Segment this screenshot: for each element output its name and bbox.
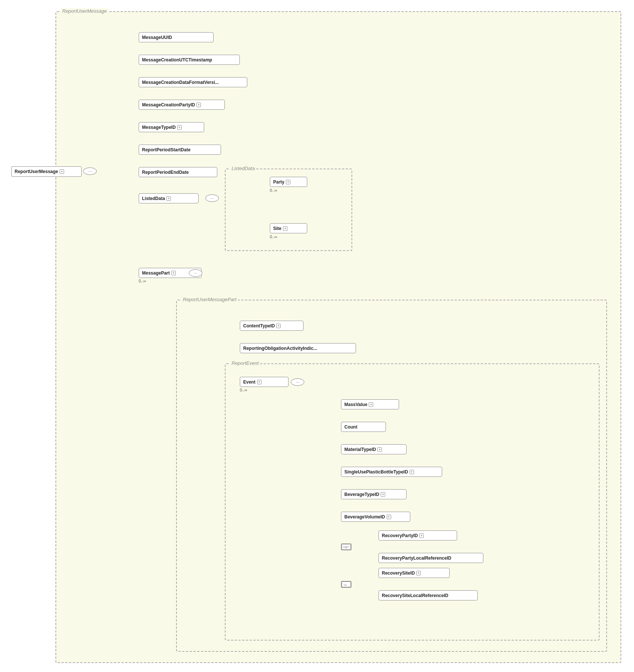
svg-text:~⊟: ~⊟: [343, 583, 347, 587]
site-box[interactable]: Site +: [270, 223, 307, 233]
message-part-cardinality: 0..∞: [139, 279, 146, 283]
msg-type-id-label: MessageTypeID: [142, 125, 176, 130]
message-uuid-label: MessageUUID: [142, 35, 172, 40]
expand-icon-4[interactable]: +: [166, 196, 171, 201]
count-label: Count: [344, 424, 357, 430]
content-type-id-box[interactable]: ContentTypeID +: [240, 321, 304, 331]
party-cardinality: 0..∞: [270, 188, 277, 193]
report-user-message-part-label: ReportUserMessagePart: [181, 297, 238, 302]
message-part-seq-connector[interactable]: ···: [189, 269, 202, 277]
recovery-party-id-box[interactable]: RecoveryPartyID +: [378, 530, 457, 541]
outer-box-label: ReportUserMessage: [61, 8, 108, 14]
recovery-site-local-ref-box[interactable]: RecoverySiteLocalReferenceID: [378, 590, 478, 600]
recovery-site-local-ref-label: RecoverySiteLocalReferenceID: [382, 593, 448, 598]
expand-icon-beverage-vol[interactable]: +: [387, 515, 391, 519]
root-expand[interactable]: +: [60, 169, 64, 174]
report-period-end-box[interactable]: ReportPeriodEndDate: [139, 167, 217, 177]
beverage-type-id-box[interactable]: BeverageTypeID +: [341, 489, 407, 499]
content-type-id-label: ContentTypeID: [243, 323, 275, 329]
message-creation-party-box[interactable]: MessageCreationPartyID +: [139, 100, 225, 110]
mass-value-box[interactable]: MassValue +: [341, 399, 399, 409]
message-creation-utc-box[interactable]: MessageCreationUTCTimestamp: [139, 55, 240, 65]
listed-data-seq-connector[interactable]: ···: [205, 194, 219, 202]
single-use-plastic-box[interactable]: SingleUsePlasticBottleTypeID +: [341, 467, 442, 477]
msg-creation-data-label: MessageCreationDataFormatVersi...: [142, 80, 219, 85]
recovery-party-local-ref-box[interactable]: RecoveryPartyLocalReferenceID: [378, 553, 483, 563]
event-label: Event: [243, 379, 256, 385]
site-label: Site: [273, 226, 281, 231]
site-cardinality: 0..∞: [270, 234, 277, 239]
beverage-type-id-label: BeverageTypeID: [344, 492, 379, 497]
expand-icon-2[interactable]: +: [196, 103, 201, 107]
expand-icon-beverage-type[interactable]: +: [381, 492, 385, 497]
party-box[interactable]: Party +: [270, 177, 307, 187]
beverage-volume-id-box[interactable]: BeverageVolumeID +: [341, 512, 410, 522]
choice-connector-2: ~⊟: [341, 581, 351, 588]
message-creation-data-box[interactable]: MessageCreationDataFormatVersi...: [139, 77, 247, 87]
listed-data-elem-label: ListedData: [142, 196, 165, 201]
expand-icon-material[interactable]: +: [377, 447, 382, 452]
report-period-start-label: ReportPeriodStartDate: [142, 147, 190, 152]
report-period-end-label: ReportPeriodEndDate: [142, 170, 189, 175]
msg-creation-party-label: MessageCreationPartyID: [142, 102, 195, 108]
single-use-plastic-label: SingleUsePlasticBottleTypeID: [344, 469, 408, 475]
msg-creation-utc-label: MessageCreationUTCTimestamp: [142, 57, 212, 63]
recovery-site-id-box[interactable]: RecoverySiteID +: [378, 568, 450, 578]
material-type-id-box[interactable]: MaterialTypeID +: [341, 444, 407, 454]
event-box[interactable]: Event +: [240, 377, 289, 387]
beverage-volume-id-label: BeverageVolumeID: [344, 514, 385, 520]
listed-data-box[interactable]: ListedData +: [139, 193, 199, 203]
recovery-site-id-label: RecoverySiteID: [382, 570, 415, 576]
recovery-party-local-ref-label: RecoveryPartyLocalReferenceID: [382, 556, 451, 561]
expand-icon-plastic[interactable]: +: [410, 470, 414, 474]
recovery-party-id-label: RecoveryPartyID: [382, 533, 418, 538]
report-event-label: ReportEvent: [230, 360, 260, 366]
expand-icon-content[interactable]: +: [276, 324, 281, 328]
reporting-obligation-label: ReportingObligationActivityIndic...: [243, 346, 317, 351]
listed-data-label: ListedData: [230, 166, 256, 171]
expand-icon-recovery-party[interactable]: +: [419, 533, 424, 538]
mass-value-label: MassValue: [344, 402, 367, 407]
report-period-start-box[interactable]: ReportPeriodStartDate: [139, 145, 221, 155]
party-label: Party: [273, 179, 284, 185]
root-seq-connector[interactable]: ···: [83, 167, 97, 175]
message-type-id-box[interactable]: MessageTypeID +: [139, 122, 204, 132]
root-label-box[interactable]: ReportUserMessage +: [11, 166, 82, 177]
message-part-label: MessagePart: [142, 270, 170, 276]
expand-icon-3[interactable]: +: [177, 125, 182, 130]
expand-icon-site[interactable]: +: [283, 226, 287, 231]
reporting-obligation-box[interactable]: ReportingObligationActivityIndic...: [240, 343, 356, 353]
choice-connector-1: ~⊟: [341, 544, 351, 550]
expand-icon-party[interactable]: +: [286, 180, 290, 184]
message-uuid-box[interactable]: MessageUUID: [139, 32, 214, 42]
material-type-id-label: MaterialTypeID: [344, 447, 376, 452]
event-cardinality: 0..∞: [240, 388, 247, 392]
diagram-canvas: ReportUserMessage MessageUUID + ··· Mess…: [0, 0, 634, 672]
count-box[interactable]: Count: [341, 422, 386, 432]
root-box-text: ReportUserMessage: [15, 169, 58, 174]
expand-icon-event[interactable]: +: [257, 380, 262, 384]
expand-icon-mass[interactable]: +: [369, 402, 373, 407]
event-seq-connector[interactable]: ···: [291, 378, 304, 386]
expand-icon-msgpart[interactable]: +: [171, 271, 176, 275]
svg-text:~⊟: ~⊟: [344, 546, 347, 549]
expand-icon-recovery-site[interactable]: +: [416, 571, 421, 575]
